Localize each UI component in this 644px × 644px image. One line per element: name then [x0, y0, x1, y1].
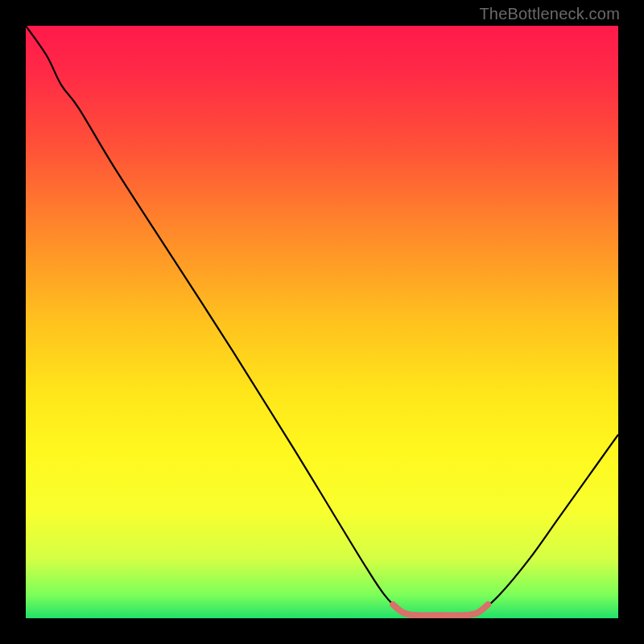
- chart-container: TheBottleneck.com: [0, 0, 644, 644]
- chart-svg: [26, 26, 618, 618]
- plot-area: [26, 26, 618, 618]
- gradient-background: [26, 26, 618, 618]
- watermark-text: TheBottleneck.com: [479, 5, 620, 23]
